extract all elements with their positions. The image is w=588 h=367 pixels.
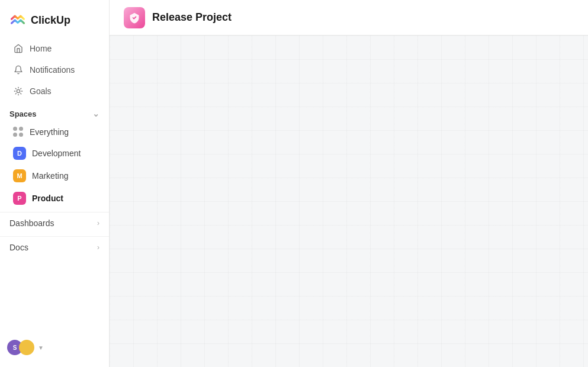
development-badge: D bbox=[13, 147, 26, 160]
release-project-svg-icon bbox=[128, 12, 140, 24]
sidebar-item-docs-label: Docs bbox=[9, 243, 28, 252]
user-area[interactable]: S ▼ bbox=[0, 335, 109, 360]
sidebar-item-dashboards-label: Dashboards bbox=[9, 218, 54, 228]
project-icon bbox=[124, 7, 145, 28]
sidebar-item-dashboards[interactable]: Dashboards › bbox=[0, 212, 109, 234]
sidebar-item-goals[interactable]: Goals bbox=[4, 81, 105, 101]
sidebar-item-product-label: Product bbox=[32, 194, 63, 203]
home-icon bbox=[13, 43, 24, 54]
spaces-section-header[interactable]: Spaces ⌄ bbox=[0, 102, 109, 122]
main-header: Release Project bbox=[110, 0, 588, 36]
project-title: Release Project bbox=[152, 11, 232, 24]
sidebar-item-home[interactable]: Home bbox=[4, 38, 105, 59]
sidebar-item-everything[interactable]: Everything bbox=[4, 123, 105, 141]
chevron-right-icon: › bbox=[97, 219, 99, 227]
sidebar-item-development-label: Development bbox=[32, 149, 81, 158]
sidebar-item-goals-label: Goals bbox=[30, 86, 52, 96]
logo-area[interactable]: ClickUp bbox=[0, 7, 109, 38]
main-body bbox=[110, 36, 588, 367]
sidebar-item-marketing[interactable]: M Marketing bbox=[4, 165, 105, 186]
everything-dots-icon bbox=[13, 127, 24, 137]
sidebar-item-docs[interactable]: Docs › bbox=[0, 236, 109, 258]
sidebar-item-notifications[interactable]: Notifications bbox=[4, 60, 105, 80]
bell-icon bbox=[13, 65, 24, 75]
clickup-logo-icon bbox=[9, 12, 26, 28]
sidebar-item-product[interactable]: P Product bbox=[4, 188, 105, 209]
trophy-icon bbox=[13, 86, 24, 96]
chevron-right-icon-docs: › bbox=[97, 243, 99, 252]
user-menu-caret: ▼ bbox=[38, 345, 44, 351]
svg-point-0 bbox=[17, 89, 20, 92]
sidebar-item-development[interactable]: D Development bbox=[4, 143, 105, 164]
sidebar-item-marketing-label: Marketing bbox=[32, 171, 68, 181]
main-content: Release Project bbox=[110, 0, 588, 367]
avatar-secondary bbox=[19, 340, 34, 355]
marketing-badge: M bbox=[13, 169, 26, 182]
logo-text: ClickUp bbox=[31, 14, 70, 27]
sidebar-item-home-label: Home bbox=[30, 44, 52, 53]
spaces-label: Spaces bbox=[9, 110, 37, 118]
sidebar: ClickUp Home Notifications Goals bbox=[0, 0, 110, 367]
sidebar-item-notifications-label: Notifications bbox=[30, 65, 75, 75]
avatar-group: S bbox=[7, 340, 34, 355]
chevron-down-icon: ⌄ bbox=[92, 109, 99, 118]
sidebar-item-everything-label: Everything bbox=[30, 127, 69, 137]
product-badge: P bbox=[13, 192, 26, 205]
